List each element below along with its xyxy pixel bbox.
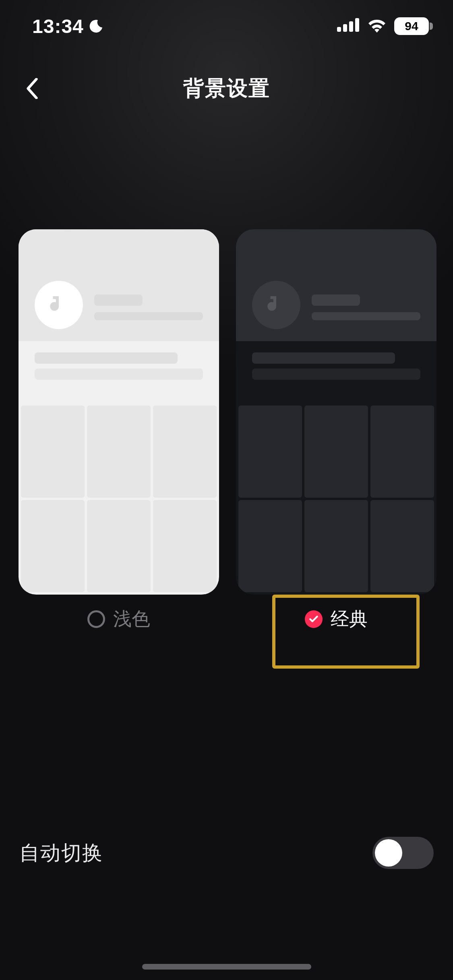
back-button[interactable] xyxy=(16,72,48,105)
status-time: 13:34 xyxy=(32,15,84,37)
preview-grid-cell xyxy=(21,500,85,592)
theme-option-classic[interactable]: 经典 xyxy=(236,229,436,632)
preview-grid-cell xyxy=(21,406,85,498)
preview-placeholder-bar xyxy=(312,294,360,306)
toggle-knob xyxy=(375,839,402,867)
theme-options: 浅色 xyxy=(19,229,434,632)
home-indicator xyxy=(142,964,311,970)
preview-placeholder-bar xyxy=(312,312,420,320)
auto-switch-toggle[interactable] xyxy=(372,837,434,869)
preview-grid-cell xyxy=(87,500,151,592)
theme-option-classic-label[interactable]: 经典 xyxy=(305,607,368,632)
radio-unchecked-icon xyxy=(87,610,105,628)
do-not-disturb-icon xyxy=(89,19,104,34)
preview-grid-cell xyxy=(153,500,217,592)
auto-switch-row: 自动切换 xyxy=(19,833,434,873)
preview-grid-cell xyxy=(370,406,434,498)
preview-placeholder-bar xyxy=(252,352,395,364)
svg-rect-0 xyxy=(337,27,341,32)
preview-grid-cell xyxy=(304,406,368,498)
auto-switch-label: 自动切换 xyxy=(19,840,103,867)
preview-avatar-icon xyxy=(35,281,83,329)
cellular-signal-icon xyxy=(337,18,360,34)
status-bar: 13:34 94 xyxy=(0,0,453,52)
svg-rect-2 xyxy=(349,21,353,32)
preview-placeholder-bar xyxy=(94,294,143,306)
theme-label-text: 经典 xyxy=(331,607,368,632)
svg-rect-1 xyxy=(343,24,347,32)
preview-placeholder-bar xyxy=(35,369,203,380)
radio-checked-icon xyxy=(305,610,323,628)
battery-percent: 94 xyxy=(405,19,418,33)
theme-preview-classic xyxy=(236,229,436,595)
theme-preview-light xyxy=(19,229,219,595)
preview-grid-cell xyxy=(87,406,151,498)
wifi-icon xyxy=(367,18,387,34)
preview-grid-cell xyxy=(238,406,302,498)
page-title: 背景设置 xyxy=(183,74,270,103)
preview-placeholder-bar xyxy=(94,312,203,320)
preview-grid-cell xyxy=(304,500,368,592)
svg-rect-3 xyxy=(355,18,359,32)
preview-placeholder-bar xyxy=(35,352,178,364)
preview-placeholder-bar xyxy=(252,369,420,380)
preview-grid-cell xyxy=(153,406,217,498)
preview-grid-cell xyxy=(238,500,302,592)
preview-avatar-icon xyxy=(252,281,300,329)
theme-option-light-label[interactable]: 浅色 xyxy=(87,607,150,632)
theme-option-light[interactable]: 浅色 xyxy=(19,229,219,632)
preview-grid-cell xyxy=(370,500,434,592)
battery-indicator: 94 xyxy=(394,17,429,35)
nav-bar: 背景设置 xyxy=(0,64,453,113)
theme-label-text: 浅色 xyxy=(113,607,150,632)
